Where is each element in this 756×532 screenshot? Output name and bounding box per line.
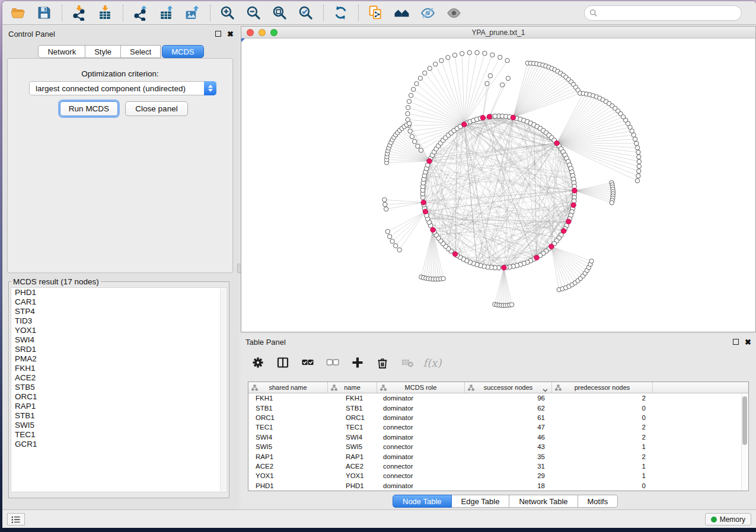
mcds-result-item[interactable]: STP4 (11, 307, 227, 316)
refresh-button[interactable] (331, 4, 350, 23)
network-node[interactable] (635, 146, 639, 150)
mcds-result-item[interactable]: SWI4 (11, 335, 227, 345)
network-node[interactable] (506, 76, 510, 81)
mcds-result-item[interactable]: TID3 (11, 316, 227, 326)
network-node[interactable] (631, 133, 636, 137)
network-node[interactable] (409, 93, 413, 97)
table-row[interactable]: ACE2ACE2connector311 (248, 462, 748, 471)
close-window-icon[interactable] (247, 29, 254, 36)
open-folder-button[interactable] (8, 4, 27, 23)
table-row[interactable]: FKH1FKH1dominator962 (248, 393, 748, 403)
close-panel-icon[interactable]: ✖ (227, 30, 234, 39)
table-scrollbar-thumb[interactable] (742, 396, 747, 445)
network-node[interactable] (636, 174, 640, 178)
network-node[interactable] (505, 59, 509, 63)
network-node[interactable] (475, 50, 479, 55)
table-row[interactable]: YOX1YOX1connector291 (248, 471, 748, 480)
save-button[interactable] (34, 4, 53, 23)
mcds-result-item[interactable]: STB5 (11, 383, 227, 392)
mcds-result-item[interactable]: PMA2 (11, 354, 227, 364)
first-neighbors-button[interactable] (392, 4, 411, 23)
network-node[interactable] (406, 105, 410, 110)
import-network-button[interactable] (69, 4, 88, 23)
network-node[interactable] (610, 201, 614, 205)
mcds-dominator-node[interactable] (562, 229, 566, 233)
task-history-button[interactable] (7, 513, 25, 525)
mcds-dominator-node[interactable] (554, 141, 559, 146)
run-mcds-button[interactable]: Run MCDS (60, 101, 118, 116)
table-row[interactable]: RAP1RAP1dominator352 (248, 451, 748, 461)
network-node[interactable] (418, 76, 422, 80)
table-row[interactable]: SWI5SWI5connector431 (248, 442, 748, 451)
network-node[interactable] (416, 144, 420, 148)
network-node[interactable] (407, 100, 411, 104)
close-table-panel-icon[interactable]: ✖ (745, 338, 751, 347)
duplicate-network-button[interactable] (366, 4, 385, 23)
mcds-result-item[interactable]: FKH1 (11, 364, 227, 373)
import-table-button[interactable] (95, 4, 114, 23)
network-node[interactable] (439, 59, 444, 63)
network-node[interactable] (637, 169, 641, 173)
settings-button[interactable] (249, 354, 267, 371)
mcds-dominator-node[interactable] (549, 244, 554, 249)
table-row[interactable]: ORC1ORC1dominator610 (248, 413, 748, 422)
mcds-dominator-node[interactable] (571, 203, 576, 207)
network-node[interactable] (460, 52, 464, 56)
result-list-scrollbar[interactable] (220, 289, 226, 491)
hide-selected-button[interactable] (418, 4, 437, 23)
mcds-result-item[interactable]: PHD1 (11, 288, 227, 297)
table-row[interactable]: STB1STB1dominator620 (248, 403, 748, 412)
add-row-button[interactable] (349, 354, 366, 371)
mcds-dominator-node[interactable] (430, 227, 435, 232)
show-all-button[interactable] (444, 4, 463, 23)
delete-row-button[interactable] (374, 354, 391, 371)
tab-select[interactable]: Select (121, 45, 161, 58)
network-node[interactable] (390, 239, 394, 243)
zoom-in-button[interactable] (218, 4, 237, 23)
network-node[interactable] (388, 235, 392, 239)
table-row[interactable]: PHD1PHD1dominator180 (248, 481, 748, 491)
mcds-dominator-node[interactable] (487, 114, 492, 119)
mcds-dominator-node[interactable] (511, 115, 515, 120)
columns-button[interactable] (274, 354, 292, 371)
network-titlebar[interactable]: YPA_prune.txt_1 (241, 26, 756, 38)
search-box[interactable] (584, 5, 742, 21)
network-node[interactable] (441, 277, 445, 281)
tab-node-table[interactable]: Node Table (393, 495, 452, 508)
float-panel-icon[interactable] (215, 31, 221, 37)
table-row[interactable]: TEC1TEC1connector472 (248, 422, 748, 432)
network-node[interactable] (382, 198, 387, 202)
mcds-dominator-node[interactable] (423, 209, 428, 214)
network-node[interactable] (637, 155, 641, 159)
network-node[interactable] (498, 55, 502, 59)
tab-network[interactable]: Network (38, 45, 85, 58)
network-node[interactable] (635, 178, 639, 182)
network-node[interactable] (413, 139, 417, 143)
mcds-dominator-node[interactable] (480, 116, 485, 120)
mcds-result-item[interactable]: ACE2 (11, 373, 227, 383)
mcds-dominator-node[interactable] (452, 252, 457, 257)
network-node[interactable] (428, 66, 432, 70)
mcds-result-item[interactable]: ORC1 (11, 392, 227, 402)
network-node[interactable] (634, 141, 639, 145)
mcds-result-item[interactable]: SWI5 (11, 421, 227, 430)
network-node[interactable] (500, 83, 504, 87)
mcds-dominator-node[interactable] (421, 200, 426, 205)
network-node[interactable] (414, 82, 419, 86)
mcds-result-item[interactable]: YOX1 (11, 326, 227, 335)
network-node[interactable] (633, 137, 637, 141)
export-network-button[interactable] (130, 4, 149, 23)
export-table-button[interactable] (157, 4, 176, 23)
close-panel-button[interactable]: Close panel (125, 101, 188, 116)
network-node[interactable] (488, 73, 492, 78)
deselect-all-button[interactable] (324, 354, 342, 371)
network-node[interactable] (383, 203, 387, 207)
network-node[interactable] (385, 229, 390, 233)
memory-button[interactable]: Memory (705, 513, 751, 525)
network-node[interactable] (589, 259, 594, 263)
export-image-button[interactable] (183, 4, 202, 23)
mcds-dominator-node[interactable] (427, 159, 432, 164)
mcds-dominator-node[interactable] (566, 219, 571, 224)
criterion-dropdown[interactable]: largest connected component (undirected) (29, 81, 216, 95)
network-node[interactable] (467, 50, 471, 55)
